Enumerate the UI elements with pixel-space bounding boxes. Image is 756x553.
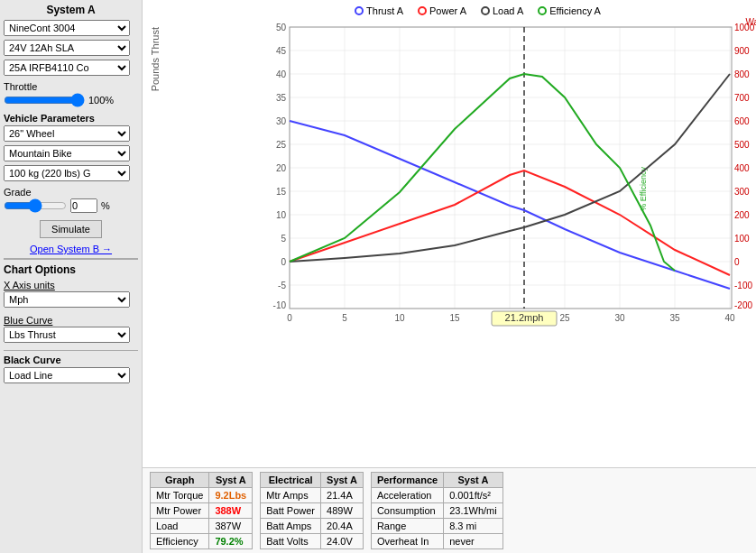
vehicle-params-label: Vehicle Parameters — [4, 113, 138, 124]
bike-type-select[interactable]: Mountain Bike — [4, 145, 130, 161]
grade-unit: % — [101, 200, 110, 211]
electrical-row-label-0: Mtr Amps — [261, 488, 321, 503]
legend-thrust: Thrust A — [355, 5, 403, 16]
svg-text:-10: -10 — [273, 300, 287, 310]
performance-table-col: Syst A — [444, 473, 503, 488]
electrical-row-value-3: 24.0V — [321, 534, 364, 549]
electrical-row-value-2: 20.4A — [321, 519, 364, 534]
throttle-slider[interactable] — [4, 93, 85, 107]
controller-select[interactable]: 25A IRFB4110 Co — [4, 60, 130, 76]
chart-legend: Thrust A Power A Load A Efficiency A — [150, 4, 756, 18]
svg-text:40: 40 — [724, 313, 735, 323]
graph-row-value-0: 9.2Lbs — [209, 488, 253, 503]
svg-text:800: 800 — [734, 69, 750, 79]
blue-curve-label: Blue Curve — [4, 315, 138, 326]
legend-dot-power — [418, 6, 427, 15]
svg-text:200: 200 — [734, 210, 750, 220]
electrical-row-value-0: 21.4A — [321, 488, 364, 503]
performance-row-value-1: 23.1Wh/mi — [444, 503, 503, 519]
svg-text:30: 30 — [614, 313, 625, 323]
performance-table-title: Performance — [371, 473, 443, 488]
throttle-value: 100% — [88, 95, 114, 106]
legend-dot-efficiency — [538, 6, 547, 15]
svg-text:50: 50 — [276, 23, 287, 32]
svg-text:-200: -200 — [734, 300, 752, 310]
svg-text:900: 900 — [734, 46, 750, 56]
performance-row-value-2: 8.3 mi — [444, 519, 503, 534]
black-curve-label: Black Curve — [4, 355, 138, 365]
svg-text:400: 400 — [734, 163, 750, 173]
performance-row-label-0: Acceleration — [371, 488, 443, 503]
performance-row-value-3: never — [444, 534, 503, 549]
open-system-link[interactable]: Open System B → — [4, 244, 138, 254]
electrical-table: Electrical Syst A Mtr Amps 21.4A Batt Po… — [260, 472, 364, 549]
system-title: System A — [4, 4, 138, 16]
grade-slider[interactable] — [4, 198, 67, 213]
svg-text:35: 35 — [276, 93, 287, 103]
simulate-button[interactable]: Simulate — [40, 220, 102, 238]
svg-text:0: 0 — [734, 257, 740, 267]
performance-row-label-3: Overheat In — [371, 534, 443, 549]
svg-text:10: 10 — [394, 313, 405, 323]
svg-text:5: 5 — [281, 234, 286, 244]
electrical-row-label-3: Batt Volts — [261, 534, 321, 549]
svg-text:500: 500 — [734, 140, 750, 150]
x-axis-select[interactable]: Mph — [4, 291, 130, 308]
table-row: Batt Power 489W — [261, 503, 364, 519]
svg-text:600: 600 — [734, 116, 750, 126]
black-curve-select[interactable]: Load Line — [4, 367, 130, 383]
legend-load: Load A — [481, 5, 523, 16]
graph-row-label-2: Load — [151, 519, 209, 534]
svg-text:0: 0 — [281, 257, 286, 267]
svg-text:20: 20 — [276, 163, 287, 173]
electrical-table-col: Syst A — [321, 473, 364, 488]
throttle-label: Throttle — [4, 81, 138, 92]
graph-row-label-3: Efficiency — [151, 534, 209, 549]
graph-row-value-1: 388W — [209, 503, 253, 519]
graph-row-label-1: Mtr Power — [151, 503, 209, 519]
grade-input[interactable] — [70, 198, 97, 213]
motor-select[interactable]: NineCont 3004 — [4, 20, 130, 36]
wheel-select[interactable]: 26" Wheel — [4, 125, 130, 142]
svg-text:21.2mph: 21.2mph — [505, 312, 544, 323]
performance-row-value-0: 0.001ft/s² — [444, 488, 503, 503]
table-row: Batt Volts 24.0V — [261, 534, 364, 549]
legend-dot-load — [481, 6, 490, 15]
electrical-row-label-1: Batt Power — [261, 503, 321, 519]
electrical-row-label-2: Batt Amps — [261, 519, 321, 534]
legend-efficiency: Efficiency A — [538, 5, 601, 16]
graph-table: Graph Syst A Mtr Torque 9.2Lbs Mtr Power… — [150, 472, 253, 549]
graph-table-col: Syst A — [209, 473, 253, 488]
graph-row-value-2: 387W — [209, 519, 253, 534]
performance-table: Performance Syst A Acceleration 0.001ft/… — [371, 472, 503, 549]
graph-table-title: Graph — [151, 473, 209, 488]
legend-label-thrust: Thrust A — [366, 5, 403, 16]
main-chart: 50 45 40 35 30 25 20 15 10 5 0 -5 -10 — [254, 18, 756, 352]
svg-text:15: 15 — [449, 313, 460, 323]
svg-text:0: 0 — [287, 313, 292, 323]
svg-text:700: 700 — [734, 93, 750, 103]
svg-text:25: 25 — [559, 313, 570, 323]
rider-weight-select[interactable]: 100 kg (220 lbs) G — [4, 165, 130, 181]
legend-power: Power A — [418, 5, 466, 16]
svg-text:-5: -5 — [278, 281, 286, 290]
svg-text:10: 10 — [276, 210, 287, 220]
table-row: Mtr Power 388W — [151, 503, 253, 519]
svg-text:Watts: Watts — [745, 18, 756, 27]
svg-text:45: 45 — [276, 46, 287, 56]
svg-text:-100: -100 — [734, 281, 752, 290]
battery-select[interactable]: 24V 12Ah SLA — [4, 40, 130, 56]
blue-curve-select[interactable]: Lbs Thrust — [4, 327, 130, 343]
table-row: Efficiency 79.2% — [151, 534, 253, 549]
performance-row-label-1: Consumption — [371, 503, 443, 519]
table-row: Acceleration 0.001ft/s² — [371, 488, 502, 503]
table-row: Load 387W — [151, 519, 253, 534]
table-row: Batt Amps 20.4A — [261, 519, 364, 534]
chart-options-title: Chart Options — [4, 263, 138, 276]
data-tables-section: Graph Syst A Mtr Torque 9.2Lbs Mtr Power… — [143, 467, 756, 553]
electrical-table-title: Electrical — [261, 473, 321, 488]
graph-row-value-3: 79.2% — [209, 534, 253, 549]
svg-text:15: 15 — [276, 187, 287, 197]
electrical-row-value-1: 489W — [321, 503, 364, 519]
y-axis-left-label: Pounds Thrust — [150, 27, 161, 91]
